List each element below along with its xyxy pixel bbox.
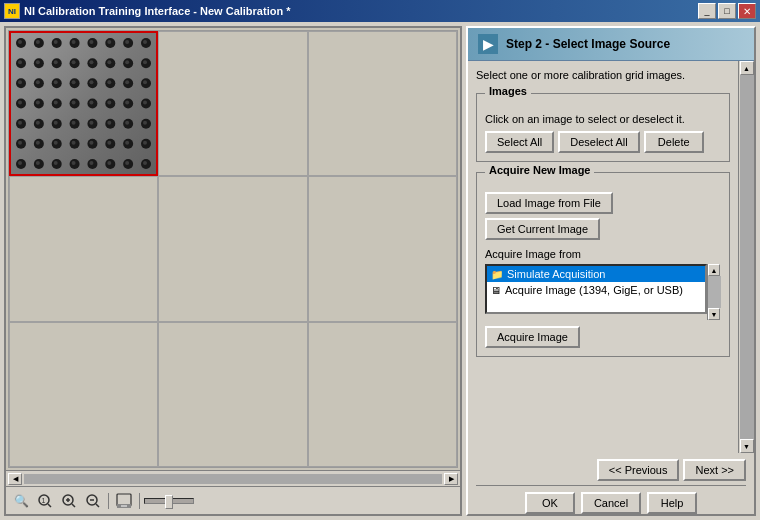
nav-buttons: << Previous Next >> — [476, 459, 746, 481]
vscroll-up-button[interactable]: ▲ — [740, 61, 754, 75]
zoom-fit-icon[interactable]: 🔍 — [10, 491, 32, 511]
right-content: Select one or more calibration grid imag… — [468, 61, 738, 453]
svg-rect-12 — [121, 505, 127, 506]
source-item-0-label: Simulate Acquisition — [507, 268, 605, 280]
nav-area: << Previous Next >> OK Cancel Help — [468, 453, 754, 514]
next-button[interactable]: Next >> — [683, 459, 746, 481]
source-list[interactable]: 📁 Simulate Acquisition 🖥 Acquire Image (… — [485, 264, 707, 314]
deselect-all-button[interactable]: Deselect All — [558, 131, 639, 153]
grid-cell-6[interactable] — [9, 322, 158, 467]
horizontal-scrollbar: ◀ ▶ — [6, 470, 460, 486]
get-current-button[interactable]: Get Current Image — [485, 218, 600, 240]
vscroll-down-button[interactable]: ▼ — [740, 439, 754, 453]
image-toolbar: 🔍 1 — [6, 486, 460, 514]
step-header: ▶ Step 2 - Select Image Source — [468, 28, 754, 61]
right-panel-inner: ▶ Step 2 - Select Image Source Select on… — [466, 26, 756, 516]
close-button[interactable]: ✕ — [738, 3, 756, 19]
zoom-slider[interactable] — [144, 498, 194, 504]
source-item-1[interactable]: 🖥 Acquire Image (1394, GigE, or USB) — [487, 282, 705, 298]
main-container: ◀ ▶ 🔍 1 — [0, 22, 760, 520]
toolbar-divider-1 — [108, 493, 109, 509]
grid-cell-2[interactable] — [308, 31, 457, 176]
svg-line-1 — [48, 504, 51, 507]
images-group-content: Click on an image to select or deselect … — [485, 113, 721, 153]
window-controls[interactable]: _ □ ✕ — [698, 3, 756, 19]
minimize-button[interactable]: _ — [698, 3, 716, 19]
images-group: Images Click on an image to select or de… — [476, 93, 730, 162]
scroll-left-button[interactable]: ◀ — [8, 473, 22, 485]
instruction-text: Select one or more calibration grid imag… — [476, 69, 730, 81]
title-bar: NI NI Calibration Training Interface - N… — [0, 0, 760, 22]
scroll-right-button[interactable]: ▶ — [444, 473, 458, 485]
folder-icon-0: 📁 — [491, 269, 503, 280]
grid-cell-3[interactable] — [9, 176, 158, 321]
previous-button[interactable]: << Previous — [597, 459, 680, 481]
step-icon-symbol: ▶ — [483, 36, 494, 52]
app-icon: NI — [4, 3, 20, 19]
right-vertical-scrollbar: ▲ ▼ — [738, 61, 754, 453]
acquire-group-content: Load Image from File Get Current Image A… — [485, 192, 721, 348]
acquire-group-title: Acquire New Image — [485, 164, 594, 176]
left-panel: ◀ ▶ 🔍 1 — [4, 26, 462, 516]
select-all-button[interactable]: Select All — [485, 131, 554, 153]
step-title: Step 2 - Select Image Source — [506, 37, 670, 51]
source-list-container: 📁 Simulate Acquisition 🖥 Acquire Image (… — [485, 264, 721, 320]
svg-line-4 — [72, 504, 75, 507]
ok-button[interactable]: OK — [525, 492, 575, 514]
list-scroll-up[interactable]: ▲ — [708, 264, 720, 276]
acquire-button-row: Load Image from File Get Current Image — [485, 192, 721, 240]
step-header-icon: ▶ — [478, 34, 498, 54]
acquire-group: Acquire New Image Load Image from File G… — [476, 172, 730, 357]
svg-line-8 — [96, 504, 99, 507]
list-scroll-down[interactable]: ▼ — [708, 308, 720, 320]
grid-cell-8[interactable] — [308, 322, 457, 467]
vscroll-track — [740, 75, 754, 439]
acquire-image-button[interactable]: Acquire Image — [485, 326, 580, 348]
help-button[interactable]: Help — [647, 492, 697, 514]
images-group-title: Images — [485, 85, 531, 97]
grid-cell-0[interactable] — [9, 31, 158, 176]
maximize-button[interactable]: □ — [718, 3, 736, 19]
image-grid — [8, 30, 458, 468]
cancel-button[interactable]: Cancel — [581, 492, 641, 514]
source-item-0[interactable]: 📁 Simulate Acquisition — [487, 266, 705, 282]
list-scroll-track — [708, 276, 721, 308]
window-title: NI Calibration Training Interface - New … — [24, 5, 698, 17]
source-item-1-label: Acquire Image (1394, GigE, or USB) — [505, 284, 683, 296]
images-button-row: Select All Deselect All Delete — [485, 131, 721, 153]
toolbar-divider-2 — [139, 493, 140, 509]
load-image-button[interactable]: Load Image from File — [485, 192, 613, 214]
images-description: Click on an image to select or deselect … — [485, 113, 721, 125]
right-panel: ▶ Step 2 - Select Image Source Select on… — [466, 26, 756, 516]
list-scrollbar: ▲ ▼ — [707, 264, 721, 320]
zoom-1x-icon[interactable]: 1 — [34, 491, 56, 511]
acquire-from-label: Acquire Image from — [485, 248, 721, 260]
device-icon-1: 🖥 — [491, 285, 501, 296]
delete-button[interactable]: Delete — [644, 131, 704, 153]
grid-cell-5[interactable] — [308, 176, 457, 321]
svg-text:1: 1 — [42, 497, 46, 504]
grid-cell-7[interactable] — [158, 322, 307, 467]
right-scroll-area: Select one or more calibration grid imag… — [468, 61, 754, 453]
scroll-track — [24, 474, 442, 484]
footer-buttons: OK Cancel Help — [476, 485, 746, 514]
display-settings-icon[interactable] — [113, 491, 135, 511]
grid-cell-1[interactable] — [158, 31, 307, 176]
grid-cell-4[interactable] — [158, 176, 307, 321]
calibration-image-0 — [11, 33, 156, 174]
zoom-in-icon[interactable] — [58, 491, 80, 511]
zoom-out-icon[interactable] — [82, 491, 104, 511]
